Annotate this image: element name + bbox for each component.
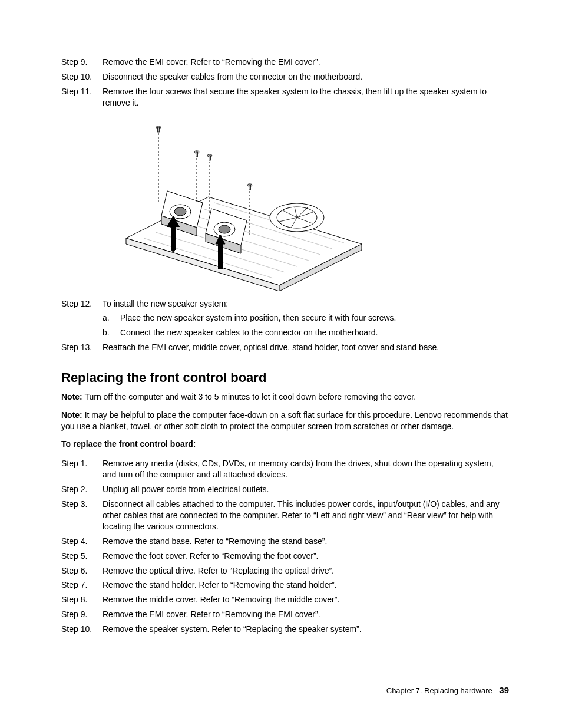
substep-row: b. Connect the new speaker cables to the… bbox=[103, 327, 509, 338]
footer-page-number: 39 bbox=[499, 685, 509, 695]
step-text: Remove any media (disks, CDs, DVDs, or m… bbox=[103, 458, 509, 480]
step-text: Remove the EMI cover. Refer to “Removing… bbox=[103, 57, 509, 68]
step-label: Step 4. bbox=[61, 536, 103, 547]
step-text: Remove the EMI cover. Refer to “Removing… bbox=[103, 609, 509, 620]
exploded-diagram bbox=[103, 114, 368, 291]
step-text: Disconnect the speaker cables from the c… bbox=[103, 71, 509, 83]
svg-rect-31 bbox=[209, 156, 211, 160]
svg-marker-0 bbox=[126, 197, 362, 285]
step-text: Disconnect all cables attached to the co… bbox=[103, 499, 509, 532]
step-text: Remove the stand holder. Refer to “Remov… bbox=[103, 579, 509, 591]
step-text: Remove the optical drive. Refer to “Repl… bbox=[103, 565, 509, 577]
note-text: Turn off the computer and wait 3 to 5 mi… bbox=[82, 392, 416, 401]
step-text: Remove the speaker system. Refer to “Rep… bbox=[103, 624, 509, 635]
step-row: Step 6. Remove the optical drive. Refer … bbox=[61, 565, 509, 577]
step-row: Step 4. Remove the stand base. Refer to … bbox=[61, 536, 509, 547]
step-row: Step 2. Unplug all power cords from elec… bbox=[61, 484, 509, 495]
step-text: Reattach the EMI cover, middle cover, op… bbox=[103, 342, 509, 353]
step-row: Step 10. Disconnect the speaker cables f… bbox=[61, 71, 509, 83]
substep-text: Place the new speaker system into positi… bbox=[120, 312, 509, 324]
step-label: Step 12. bbox=[61, 298, 103, 309]
note-text: It may be helpful to place the computer … bbox=[61, 410, 508, 431]
step-text: Remove the middle cover. Refer to “Remov… bbox=[103, 594, 509, 605]
step-row: Step 12. To install the new speaker syst… bbox=[61, 298, 509, 309]
substep-label: b. bbox=[103, 327, 120, 338]
step-label: Step 8. bbox=[61, 594, 103, 605]
procedure-heading: To replace the front control board: bbox=[61, 439, 509, 450]
note-paragraph: Note: It may be helpful to place the com… bbox=[61, 410, 509, 432]
svg-point-19 bbox=[219, 225, 230, 233]
step-label: Step 9. bbox=[61, 609, 103, 620]
step-label: Step 11. bbox=[61, 86, 103, 97]
document-page: Step 9. Remove the EMI cover. Refer to “… bbox=[0, 0, 562, 728]
section-divider bbox=[61, 364, 509, 364]
page-footer: Chapter 7. Replacing hardware 39 bbox=[386, 684, 509, 696]
step-label: Step 7. bbox=[61, 579, 103, 591]
svg-point-15 bbox=[174, 207, 186, 216]
note-label: Note: bbox=[61, 392, 82, 401]
step-label: Step 2. bbox=[61, 484, 103, 495]
step-label: Step 3. bbox=[61, 499, 103, 510]
step-row: Step 7. Remove the stand holder. Refer t… bbox=[61, 579, 509, 591]
note-paragraph: Note: Turn off the computer and wait 3 t… bbox=[61, 391, 509, 403]
footer-chapter: Chapter 7. Replacing hardware bbox=[386, 686, 492, 695]
step-label: Step 6. bbox=[61, 565, 103, 577]
step-row: Step 10. Remove the speaker system. Refe… bbox=[61, 624, 509, 635]
step-text: Unplug all power cords from electrical o… bbox=[103, 484, 509, 495]
svg-rect-27 bbox=[158, 127, 160, 132]
step-row: Step 9. Remove the EMI cover. Refer to “… bbox=[61, 609, 509, 620]
substep-label: a. bbox=[103, 312, 120, 324]
step-label: Step 10. bbox=[61, 624, 103, 635]
step-text: Remove the foot cover. Refer to “Removin… bbox=[103, 551, 509, 562]
step-label: Step 13. bbox=[61, 342, 103, 353]
step-row: Step 11. Remove the four screws that sec… bbox=[61, 86, 509, 108]
step-row: Step 5. Remove the foot cover. Refer to … bbox=[61, 551, 509, 562]
substep-row: a. Place the new speaker system into pos… bbox=[103, 312, 509, 324]
step-row: Step 8. Remove the middle cover. Refer t… bbox=[61, 594, 509, 605]
step-label: Step 1. bbox=[61, 458, 103, 469]
step-row: Step 1. Remove any media (disks, CDs, DV… bbox=[61, 458, 509, 480]
step-label: Step 9. bbox=[61, 57, 103, 68]
step-row: Step 3. Disconnect all cables attached t… bbox=[61, 499, 509, 532]
step-label: Step 10. bbox=[61, 71, 103, 83]
step-text: Remove the four screws that secure the s… bbox=[103, 86, 509, 108]
svg-rect-29 bbox=[196, 152, 198, 157]
step-text: Remove the stand base. Refer to “Removin… bbox=[103, 536, 509, 547]
svg-rect-33 bbox=[249, 185, 251, 190]
step-label: Step 5. bbox=[61, 551, 103, 562]
section-heading: Replacing the front control board bbox=[61, 369, 509, 387]
step-text: To install the new speaker system: bbox=[103, 298, 509, 309]
step-row: Step 9. Remove the EMI cover. Refer to “… bbox=[61, 57, 509, 68]
step-row: Step 13. Reattach the EMI cover, middle … bbox=[61, 342, 509, 353]
note-label: Note: bbox=[61, 410, 82, 420]
substep-text: Connect the new speaker cables to the co… bbox=[120, 327, 509, 338]
